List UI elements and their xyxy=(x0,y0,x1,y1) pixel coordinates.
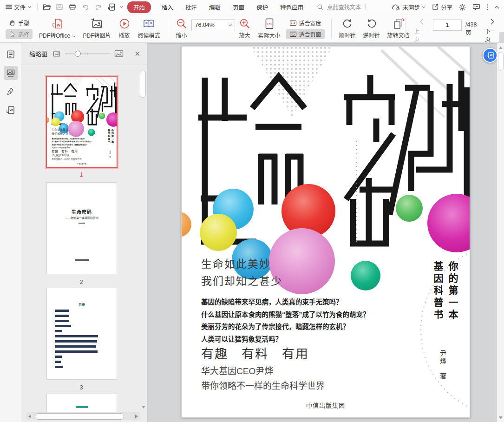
thumbnail-horizontal-scrollbar[interactable] xyxy=(26,412,140,420)
convert-to-word-floating-button[interactable]: W xyxy=(483,48,497,63)
file-menu[interactable]: 文件 xyxy=(6,3,32,12)
tab-page[interactable]: 页面 xyxy=(233,3,244,12)
actual-size-button[interactable]: 1:1 实际大小 xyxy=(255,14,284,39)
rotate-clockwise-icon xyxy=(341,18,353,30)
scroll-right-arrow[interactable] xyxy=(135,415,138,418)
settings-gear-icon[interactable] xyxy=(458,3,466,11)
redo-button[interactable] xyxy=(93,2,104,12)
pdf-to-office-button[interactable]: W PDF转Office xyxy=(35,14,79,39)
tab-home[interactable]: 开始 xyxy=(127,1,151,13)
toc-item-blur xyxy=(55,340,97,343)
thumbnail-vertical-scrollbar[interactable] xyxy=(140,67,146,402)
cover-author-intro: 华大基因CEO尹烨带你领略不一样的生命科学世界 xyxy=(52,154,81,161)
rotate-clockwise-button[interactable]: 顺时针 xyxy=(335,14,360,39)
toolbar: 手型 选择 W PDF转Office PDF转图片 播放 阅读模式 缩小 76.… xyxy=(0,14,504,43)
chevron-down-icon xyxy=(422,6,425,8)
export-to-word-icon[interactable]: W xyxy=(106,2,117,12)
scrollbar-thumb[interactable] xyxy=(140,71,146,98)
document-area[interactable]: 生命如此美妙我们却知之甚少 基因的缺陷带来罕见病，人类真的束手无策吗？什么基因让… xyxy=(147,43,497,422)
fit-page-label: 适合页面 xyxy=(299,30,321,38)
collapse-ribbon-chevron-icon[interactable] xyxy=(494,6,499,9)
chevron-down-icon xyxy=(72,35,76,38)
toc-item-blur xyxy=(55,366,63,368)
page4-heading-blur xyxy=(76,406,88,408)
pdf-to-image-button[interactable]: PDF转图片 xyxy=(79,14,115,39)
share-button[interactable]: 分享 xyxy=(432,3,452,12)
svg-text:W: W xyxy=(110,5,114,9)
rotate-clockwise-label: 顺时针 xyxy=(339,31,356,39)
cover-tagline: 有趣 有料 有用 xyxy=(52,149,78,153)
close-panel-button[interactable]: ✕ xyxy=(134,50,140,58)
titlebar: 文件 W 开始 插入 批注 编辑 页面 保护 特色应用 点此查找文本 未同步 分… xyxy=(0,0,504,14)
large-thumbnail-icon[interactable] xyxy=(114,50,124,58)
undo-button[interactable] xyxy=(80,2,91,12)
doc-to-word-icon: W xyxy=(486,52,494,59)
kebab-icon[interactable] xyxy=(364,4,366,10)
export-word-panel-button[interactable]: W xyxy=(4,103,18,117)
feedback-comment-icon[interactable] xyxy=(472,3,480,11)
outline-panel-button[interactable] xyxy=(4,47,18,61)
page-number-input[interactable] xyxy=(433,20,462,31)
small-thumbnail-icon[interactable] xyxy=(53,51,60,57)
cover-vertical-author: 尹烨著 xyxy=(109,151,111,158)
thumbnail-page-3[interactable]: 目录 xyxy=(46,288,117,380)
panel-expander-button[interactable]: › xyxy=(499,32,504,43)
thumbnail-page-1[interactable]: 生命如此美妙我们却知之甚少 基因的缺陷带来罕见病，人类真的束手无策吗？什么基因让… xyxy=(46,76,118,168)
zoom-in-button[interactable]: 放大 xyxy=(235,14,255,39)
find-text-button[interactable]: 点此查找文本 xyxy=(317,3,366,11)
tab-special-apps[interactable]: 特色应用 xyxy=(280,3,303,12)
scroll-left-arrow[interactable] xyxy=(28,415,31,418)
thumbnail-size-slider[interactable] xyxy=(65,51,110,57)
scroll-down-arrow[interactable] xyxy=(142,406,145,409)
tab-protect[interactable]: 保护 xyxy=(256,3,268,12)
more-kebab-icon[interactable] xyxy=(486,4,488,11)
annotation-pen-button[interactable] xyxy=(4,85,18,99)
divider xyxy=(37,3,38,11)
zoom-level-select[interactable]: 76.04% xyxy=(191,19,235,31)
hand-tool-button[interactable]: 手型 xyxy=(6,18,33,28)
pdf-page-1[interactable]: 生命如此美妙我们却知之甚少 基因的缺陷带来罕见病，人类真的束手无策吗？什么基因让… xyxy=(181,46,470,418)
thumbnail-panel-button[interactable] xyxy=(4,66,18,80)
open-file-button[interactable] xyxy=(41,2,52,12)
scrollbar-thumb[interactable] xyxy=(498,52,504,71)
pdf-to-image-icon xyxy=(91,18,103,30)
tab-comment[interactable]: 批注 xyxy=(185,3,197,12)
tab-insert[interactable]: 插入 xyxy=(162,3,173,12)
scrollbar-thumb[interactable] xyxy=(35,413,124,420)
print-button[interactable] xyxy=(67,2,78,12)
zoom-level-value: 76.04% xyxy=(192,22,226,28)
chevron-down-icon[interactable] xyxy=(119,6,124,8)
thumbnail-page-2[interactable]: 生命密码 ——你的第一本基因科普书 xyxy=(46,182,117,274)
tab-edit[interactable]: 编辑 xyxy=(209,3,221,12)
save-button[interactable] xyxy=(54,2,65,12)
previous-page-button[interactable]: 上一页 xyxy=(410,17,433,43)
scroll-down-arrow[interactable] xyxy=(499,416,503,419)
play-button[interactable]: 播放 xyxy=(115,14,134,39)
rotate-counterclockwise-button[interactable]: 逆时针 xyxy=(360,14,384,39)
slider-knob[interactable] xyxy=(75,51,81,57)
sync-status[interactable]: 未同步 xyxy=(392,3,425,12)
thumbnail-page-4[interactable] xyxy=(46,394,117,413)
toc-item-blur xyxy=(55,361,61,363)
page-navigation: 上一页 /438页 下一页 xyxy=(405,17,504,39)
select-tool-button[interactable]: 选择 xyxy=(6,29,33,39)
fit-page-icon xyxy=(289,31,297,38)
fit-width-icon xyxy=(289,20,297,26)
reading-mode-button[interactable]: 阅读模式 xyxy=(134,14,164,39)
cover-slogan: 生命如此美妙我们却知之甚少 xyxy=(52,127,71,136)
thumbnail-page-number-3: 3 xyxy=(46,384,116,391)
fit-width-button[interactable]: 适合宽度 xyxy=(286,18,325,28)
cover-vertical-subtitle: 你的第一本基因科普书 xyxy=(430,261,460,347)
zoom-level-dropdown[interactable] xyxy=(226,20,235,31)
cover-publisher: 中信出版集团 xyxy=(182,401,470,409)
scroll-up-arrow[interactable] xyxy=(499,46,503,49)
fit-page-button[interactable]: 适合页面 xyxy=(286,29,325,39)
toc-item-blur xyxy=(55,356,62,358)
document-vertical-scrollbar[interactable] xyxy=(497,43,504,422)
zoom-out-button[interactable]: 缩小 xyxy=(172,14,191,39)
thumbnail-page-number-1: 1 xyxy=(46,171,116,178)
divider xyxy=(168,19,168,38)
page2-title: 生命密码 xyxy=(47,208,117,215)
toc-item-blur xyxy=(55,325,71,327)
toc-item-blur xyxy=(55,345,96,348)
